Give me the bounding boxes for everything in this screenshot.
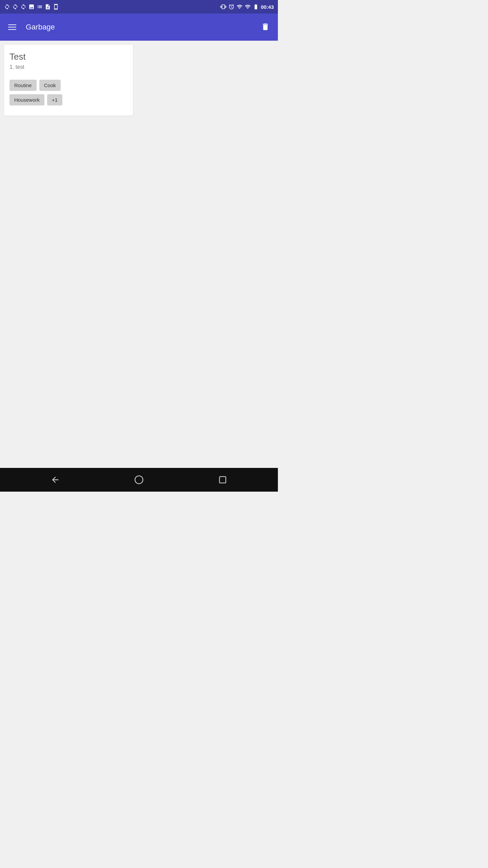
vibrate-icon: [220, 4, 226, 10]
photo-icon: [28, 4, 35, 10]
tag-routine[interactable]: Routine: [9, 80, 37, 91]
delete-button[interactable]: [258, 20, 272, 35]
home-icon: [134, 475, 144, 485]
app-bar: Garbage: [0, 14, 278, 41]
back-icon: [50, 475, 60, 485]
tag-housework[interactable]: Housework: [9, 94, 44, 105]
menu-line1: [8, 24, 16, 25]
wifi-icon: [237, 4, 243, 10]
svg-rect-1: [219, 477, 226, 483]
home-button[interactable]: [131, 472, 147, 488]
status-bar-right: 00:43: [220, 4, 274, 10]
menu-button[interactable]: [5, 22, 19, 33]
signal-icon: [245, 4, 251, 10]
sync-icon: [4, 4, 10, 10]
bottom-nav: [0, 468, 278, 492]
main-content: Test 1. test Routine Cook Housework +1: [0, 41, 278, 468]
status-time: 00:43: [261, 4, 274, 10]
status-bar: 00:43: [0, 0, 278, 14]
battery-icon: [253, 4, 259, 10]
svg-point-0: [135, 476, 143, 484]
back-button[interactable]: [47, 472, 63, 488]
task-card: Test 1. test Routine Cook Housework +1: [4, 45, 133, 116]
sync3-icon: [20, 4, 26, 10]
card-subtitle: 1. test: [9, 64, 127, 70]
status-bar-left: [4, 4, 59, 10]
phone-icon: [53, 4, 59, 10]
alarm-icon: [228, 4, 235, 10]
tags-row-1: Routine Cook: [9, 80, 127, 91]
tag-plus1[interactable]: +1: [47, 94, 62, 105]
menu-line3: [8, 29, 16, 30]
trash-icon: [261, 22, 270, 31]
sync2-icon: [12, 4, 18, 10]
doc-icon: [45, 4, 51, 10]
app-bar-title: Garbage: [26, 23, 258, 32]
tag-cook[interactable]: Cook: [39, 80, 61, 91]
menu-line2: [8, 27, 16, 27]
card-title: Test: [9, 52, 127, 62]
recents-button[interactable]: [215, 472, 231, 488]
recents-icon: [218, 475, 227, 485]
list-icon: [37, 4, 43, 10]
tags-row-2: Housework +1: [9, 94, 127, 105]
